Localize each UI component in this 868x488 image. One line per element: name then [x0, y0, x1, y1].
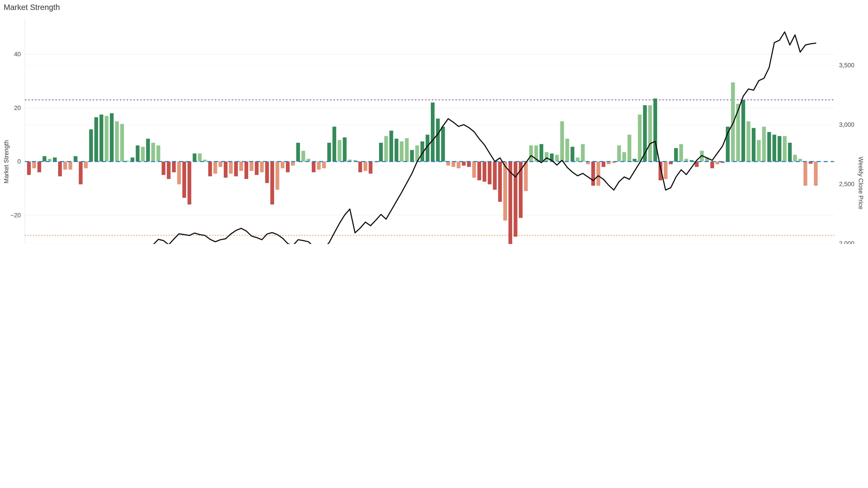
strength-bar [234, 162, 238, 176]
strength-bar [741, 100, 745, 162]
strength-bar [493, 162, 497, 190]
strength-bar [53, 158, 57, 162]
strength-bar [120, 124, 124, 162]
right-tick-label: 3,000 [839, 121, 855, 128]
strength-bar [167, 162, 170, 179]
strength-bar [472, 162, 476, 177]
strength-bar [384, 136, 388, 162]
strength-bar [255, 162, 258, 175]
strength-bar [436, 119, 440, 162]
strength-bar [286, 162, 290, 172]
strength-bar [395, 139, 399, 162]
strength-bar [369, 162, 373, 173]
strength-bar [131, 158, 134, 162]
strength-bar [565, 139, 569, 162]
strength-bar [265, 162, 269, 183]
strength-bar [250, 162, 253, 171]
strength-bar [602, 162, 606, 167]
strength-bar [146, 139, 150, 162]
strength-bar [63, 162, 67, 170]
strength-bar [752, 128, 756, 162]
left-tick-label: −20 [10, 212, 21, 219]
strength-bar [596, 162, 600, 186]
strength-bar [431, 103, 435, 162]
strength-bar [188, 162, 191, 204]
strength-bar [245, 162, 248, 179]
strength-bar [327, 143, 331, 162]
strength-bar [560, 121, 564, 162]
strength-bar [322, 162, 326, 168]
strength-bar [747, 121, 750, 162]
strength-bar [410, 150, 414, 162]
left-tick-label: 0 [18, 158, 21, 165]
strength-bar [193, 153, 197, 162]
strength-bar [37, 162, 41, 172]
strength-bar [710, 162, 714, 168]
strength-bar [141, 147, 145, 162]
strength-bar [783, 136, 786, 162]
strength-bar [58, 162, 62, 176]
strength-bar [260, 162, 264, 172]
strength-bar [591, 162, 595, 186]
strength-bar [177, 162, 181, 184]
strength-bar [317, 162, 321, 170]
right-tick-label: 2,500 [839, 181, 855, 188]
strength-bar [281, 162, 285, 168]
strength-bar [105, 116, 108, 162]
strength-bar [115, 121, 119, 162]
strength-bar [772, 135, 776, 162]
strength-bar [219, 162, 222, 167]
strength-bar [32, 162, 36, 168]
strength-bar [229, 162, 233, 173]
strength-bar [503, 162, 507, 221]
strength-bar [638, 115, 642, 162]
strength-bar [731, 83, 735, 162]
strength-bar [110, 113, 114, 162]
page-title: Market Strength [4, 3, 60, 12]
strength-bar [778, 136, 781, 162]
strength-bar [312, 162, 315, 172]
strength-bar [498, 162, 502, 202]
strength-bar [208, 162, 212, 176]
strength-bar [276, 162, 279, 190]
strength-bar [462, 162, 466, 166]
left-tick-label: 20 [14, 105, 21, 111]
strength-bar [793, 155, 797, 162]
strength-bar [333, 127, 336, 162]
strength-bar [379, 143, 383, 162]
strength-bar [524, 162, 528, 191]
right-tick-label: 2,000 [839, 240, 855, 244]
strength-bar [545, 152, 549, 162]
strength-bar [136, 145, 140, 162]
right-tick-label: 3,500 [839, 62, 855, 69]
strength-bar [74, 156, 78, 162]
strength-bar [529, 145, 533, 162]
strength-bar [570, 147, 575, 162]
strength-bar [514, 162, 518, 237]
strength-bar [483, 162, 487, 182]
strength-bar [68, 162, 72, 170]
strength-bar [84, 162, 88, 168]
strength-bar [213, 162, 217, 173]
strength-bar [364, 162, 367, 171]
strength-bar [198, 153, 202, 162]
strength-bar [539, 144, 544, 162]
left-tick-label: 40 [14, 51, 21, 58]
strength-bar [270, 162, 274, 204]
strength-bar [224, 162, 228, 177]
weekly-close-line [29, 32, 816, 244]
strength-bar [446, 162, 450, 166]
strength-bar [622, 152, 626, 162]
strength-bar [182, 162, 186, 198]
strength-bar [457, 162, 460, 168]
strength-bar [767, 132, 771, 162]
strength-bar [627, 135, 631, 162]
strength-bar [674, 148, 678, 162]
strength-bar [617, 145, 621, 162]
strength-bar [291, 162, 295, 166]
strength-bar [301, 151, 305, 162]
strength-bar [162, 162, 165, 175]
strength-bar [555, 155, 559, 162]
strength-bar [664, 162, 668, 179]
strength-bar [27, 162, 31, 175]
